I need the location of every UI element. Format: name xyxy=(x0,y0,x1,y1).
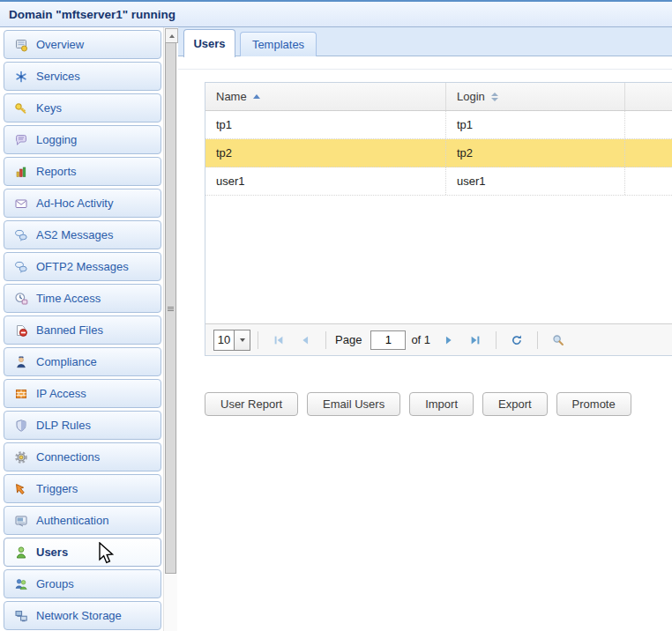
gear-icon xyxy=(14,450,28,464)
page-size-select[interactable]: 10 xyxy=(213,330,250,351)
sidebar-item-users[interactable]: Users xyxy=(4,538,161,567)
sidebar-item-label: AS2 Messages xyxy=(36,228,113,241)
sidebar-item-services[interactable]: Services xyxy=(4,62,161,91)
sidebar-item-reports[interactable]: Reports xyxy=(4,157,161,186)
table-row[interactable]: tp2tp2 xyxy=(205,139,672,167)
sidebar-item-label: Authentication xyxy=(36,514,108,527)
cell-login: tp1 xyxy=(446,111,625,138)
toolbar-separator xyxy=(258,331,258,349)
sidebar-item-logging[interactable]: Logging xyxy=(4,125,161,154)
group-icon xyxy=(14,577,28,591)
pagination-toolbar: 10 Page of 1 xyxy=(205,323,672,355)
sidebar-item-label: Overview xyxy=(36,38,84,51)
log-bubble-icon xyxy=(14,133,28,147)
promote-button[interactable]: Promote xyxy=(556,392,631,416)
toolbar-separator xyxy=(537,331,538,349)
sidebar-item-label: IP Access xyxy=(36,387,86,400)
window-title: Domain "mftserver1" running xyxy=(9,8,175,21)
messages-icon xyxy=(14,228,28,242)
table-row[interactable]: tp1tp1 xyxy=(205,111,672,139)
shield-icon xyxy=(14,419,28,433)
sidebar-scrollbar[interactable] xyxy=(163,27,177,631)
sidebar: OverviewServicesKeysLoggingReportsAd-Hoc… xyxy=(0,27,163,631)
scrollbar-thumb[interactable] xyxy=(165,42,176,574)
sidebar-item-label: Banned Files xyxy=(36,323,103,337)
page-size-value: 10 xyxy=(214,330,234,350)
page-size-dropdown-button[interactable] xyxy=(234,330,250,350)
sidebar-item-connections[interactable]: Connections xyxy=(4,442,161,471)
cell-extra xyxy=(625,139,672,167)
sidebar-item-banned-files[interactable]: Banned Files xyxy=(4,316,161,345)
last-page-button[interactable] xyxy=(465,330,486,351)
chevron-down-icon xyxy=(240,338,245,342)
previous-page-icon xyxy=(299,334,311,346)
column-name-label: Name xyxy=(216,90,247,103)
messages-icon xyxy=(14,260,28,274)
next-page-button[interactable] xyxy=(438,330,459,351)
sidebar-item-label: Compliance xyxy=(36,355,97,368)
sidebar-item-ad-hoc-activity[interactable]: Ad-Hoc Activity xyxy=(4,189,161,218)
cell-login: user1 xyxy=(446,167,625,195)
main-panel: Users Templates Name Login tp1tp1tp2tp2u… xyxy=(178,27,672,631)
import-button[interactable]: Import xyxy=(409,392,474,416)
first-page-button[interactable] xyxy=(268,330,289,351)
user-report-button[interactable]: User Report xyxy=(205,392,298,416)
sidebar-item-label: Keys xyxy=(36,101,62,115)
export-button[interactable]: Export xyxy=(482,392,548,416)
first-page-icon xyxy=(273,334,285,346)
sidebar-item-label: DLP Rules xyxy=(36,419,91,432)
sidebar-item-dlp-rules[interactable]: DLP Rules xyxy=(4,411,161,440)
sidebar-item-compliance[interactable]: Compliance xyxy=(4,347,161,376)
search-button[interactable] xyxy=(548,330,569,351)
action-buttons: User ReportEmail UsersImportExportPromot… xyxy=(205,392,631,416)
sidebar-item-label: Ad-Hoc Activity xyxy=(36,197,113,210)
scrollbar-up-button[interactable] xyxy=(165,28,178,43)
refresh-button[interactable] xyxy=(506,330,527,351)
search-icon xyxy=(552,334,564,346)
sidebar-item-label: Logging xyxy=(36,133,77,146)
table-row[interactable]: user1user1 xyxy=(205,167,672,196)
cell-name: tp1 xyxy=(205,111,446,138)
sidebar-item-triggers[interactable]: Triggers xyxy=(4,474,161,503)
column-header-name[interactable]: Name xyxy=(205,83,446,110)
sort-ascending-icon xyxy=(253,94,260,99)
column-header-login[interactable]: Login xyxy=(446,83,625,110)
sidebar-item-keys[interactable]: Keys xyxy=(4,93,161,122)
sidebar-item-as2-messages[interactable]: AS2 Messages xyxy=(4,220,161,249)
scrollbar-grip-icon xyxy=(168,307,174,311)
envelope-icon xyxy=(14,197,28,211)
sidebar-item-groups[interactable]: Groups xyxy=(4,569,161,598)
sidebar-item-network-storage[interactable]: Network Storage xyxy=(4,601,161,630)
users-grid: Name Login tp1tp1tp2tp2user1user1 10 xyxy=(205,82,672,356)
cell-name: tp2 xyxy=(205,139,446,167)
cell-extra xyxy=(625,167,672,195)
tab-users-label: Users xyxy=(193,37,225,50)
email-users-button[interactable]: Email Users xyxy=(307,392,400,416)
sidebar-item-label: OFTP2 Messages xyxy=(36,260,129,273)
previous-page-button[interactable] xyxy=(295,330,316,351)
page-count-label: of 1 xyxy=(411,333,430,346)
sidebar-item-overview[interactable]: Overview xyxy=(4,30,161,59)
banned-file-icon xyxy=(14,323,28,338)
sidebar-item-authentication[interactable]: Authentication xyxy=(4,506,161,535)
sidebar-item-label: Services xyxy=(36,70,80,83)
tab-users[interactable]: Users xyxy=(183,29,235,57)
page-number-input[interactable] xyxy=(370,330,406,350)
toolbar-separator xyxy=(496,331,497,349)
cell-extra xyxy=(625,111,672,138)
sidebar-item-ip-access[interactable]: IP Access xyxy=(4,379,161,408)
window-titlebar: Domain "mftserver1" running xyxy=(0,0,672,27)
sidebar-item-oftp2-messages[interactable]: OFTP2 Messages xyxy=(4,252,161,281)
sidebar-item-label: Users xyxy=(36,546,68,559)
last-page-icon xyxy=(469,334,482,346)
tab-templates[interactable]: Templates xyxy=(240,32,317,56)
server-overview-icon xyxy=(14,38,28,52)
sidebar-item-label: Reports xyxy=(36,165,77,178)
grid-header: Name Login xyxy=(205,83,672,111)
cell-name: user1 xyxy=(205,167,446,195)
sidebar-item-time-access[interactable]: Time Access xyxy=(4,284,161,313)
sort-unsorted-icon xyxy=(491,93,498,101)
page-label: Page xyxy=(335,333,362,346)
services-icon xyxy=(14,70,28,84)
content-divider xyxy=(178,69,672,70)
